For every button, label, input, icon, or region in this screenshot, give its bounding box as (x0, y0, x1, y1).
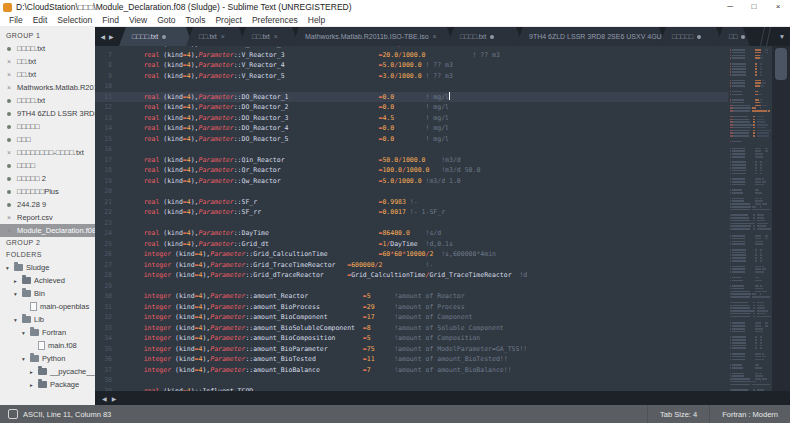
menu-item-selection[interactable]: Selection (52, 15, 97, 25)
tree-item[interactable]: ▾Fortran (0, 326, 95, 339)
code-line[interactable]: 27 integer (kind=4),Parameter::Grid_Trac… (95, 260, 728, 271)
menu-item-edit[interactable]: Edit (28, 15, 53, 25)
code-line[interactable]: 33 integer (kind=4),Parameter::amount_Bi… (95, 323, 728, 334)
chevron-down-icon[interactable]: ▾ (14, 291, 22, 297)
open-file-item[interactable]: □□□□ (0, 159, 95, 172)
tree-item[interactable]: ▾Python (0, 352, 95, 365)
close-tab-icon[interactable]: × (433, 33, 437, 40)
code-line[interactable]: 26 integer (kind=4),Parameter::Grid_Calc… (95, 249, 728, 260)
chevron-right-icon[interactable]: ▸ (30, 369, 38, 375)
open-file-item[interactable]: □□□ (0, 133, 95, 146)
code-line[interactable]: 10 (95, 81, 728, 92)
code-line[interactable]: 23 (95, 218, 728, 229)
open-file-item[interactable]: ×□□.txt (0, 68, 95, 81)
code-line[interactable]: 21 real (kind=4),Parameter::SF_r =0.9983… (95, 197, 728, 208)
minimize-button[interactable]: ─ (718, 0, 742, 14)
code-line[interactable]: 28 integer (kind=4),Parameter::Grid_dTra… (95, 270, 728, 281)
tree-item[interactable]: ▸Achieved (0, 274, 95, 287)
code-line[interactable]: 17 real (kind=4),Parameter::Qin_Reactor … (95, 155, 728, 166)
code-line[interactable]: 19 real (kind=4),Parameter::Qw_Reactor =… (95, 176, 728, 187)
code-line[interactable]: 9 real (kind=4),Parameter::V_Reactor_5 =… (95, 71, 728, 82)
menu-item-file[interactable]: File (4, 15, 28, 25)
open-file-item[interactable]: 9TH4 6ZLD LSSR 3RD8 2SE6 USXV 4GUY RDTZ (0, 107, 95, 120)
close-file-icon[interactable]: × (7, 149, 11, 156)
code-line[interactable]: 20 (95, 186, 728, 197)
menu-item-view[interactable]: View (124, 15, 152, 25)
code-line[interactable]: 24 real (kind=4),Parameter::DayTime =864… (95, 228, 728, 239)
tab-scroll-left-icon[interactable]: ◀ (100, 33, 105, 40)
code-line[interactable]: 34 integer (kind=4),Parameter::amount_Bi… (95, 333, 728, 344)
code-line[interactable]: 37 integer (kind=4),Parameter::amount_Bi… (95, 365, 728, 376)
tab-scroll-right-icon[interactable]: ▶ (109, 33, 114, 40)
tree-item[interactable]: main.f08 (0, 339, 95, 352)
code-line[interactable]: 32 integer (kind=4),Parameter::amount_Bi… (95, 312, 728, 323)
open-file-item[interactable]: 244.28 9 (0, 198, 95, 211)
syntax-indicator[interactable]: Fortran : Modern (709, 405, 790, 423)
code-line[interactable]: 13 real (kind=4),Parameter::DO_Reactor_3… (95, 113, 728, 124)
menu-item-goto[interactable]: Goto (152, 15, 180, 25)
code-line[interactable]: 12 real (kind=4),Parameter::DO_Reactor_2… (95, 102, 728, 113)
code-line[interactable]: 7 real (kind=4),Parameter::V_Reactor_3 =… (95, 50, 728, 61)
tab[interactable]: □□.txt× (186, 27, 246, 46)
chevron-down-icon[interactable]: ▾ (6, 265, 14, 271)
close-file-icon[interactable]: × (7, 227, 11, 234)
code-line[interactable]: 14 real (kind=4),Parameter::DO_Reactor_4… (95, 123, 728, 134)
group2-scroll-right-icon[interactable]: ▶ (112, 395, 117, 402)
code-line[interactable]: 35 integer (kind=4),Parameter::amount_Bi… (95, 344, 728, 355)
close-button[interactable]: × (766, 0, 790, 14)
menu-item-help[interactable]: Help (303, 15, 330, 25)
close-file-icon[interactable]: × (7, 214, 11, 221)
chevron-right-icon[interactable]: ▸ (14, 278, 22, 284)
close-file-icon[interactable]: × (7, 71, 11, 78)
menu-item-find[interactable]: Find (97, 15, 124, 25)
open-file-item[interactable]: □□□□□ 2 (0, 172, 95, 185)
open-file-item[interactable]: ×□□□□□□□□-□□□□.txt (0, 146, 95, 159)
open-file-item[interactable]: □□□□□ (0, 120, 95, 133)
menu-item-project[interactable]: Project (210, 15, 246, 25)
tree-item[interactable]: ▾Bin (0, 287, 95, 300)
code-line[interactable]: 31 integer (kind=4),Parameter::amount_Bi… (95, 302, 728, 313)
tab-overflow-dropdown-icon[interactable]: ▼ (774, 33, 790, 40)
chevron-down-icon[interactable]: ▾ (14, 317, 22, 323)
open-file-item[interactable]: □□□□□□Plus (0, 185, 95, 198)
tab[interactable]: □□.txt× (239, 27, 299, 46)
open-file-item[interactable]: □□□□.txt (0, 42, 95, 55)
menu-item-preferences[interactable]: Preferences (247, 15, 303, 25)
close-tab-icon[interactable]: × (221, 33, 225, 40)
code-line[interactable]: 25 real (kind=4),Parameter::Grid_dt =1/D… (95, 239, 728, 250)
open-file-item[interactable]: ×Mathworks.Matlab.R2011b.ISO-TBE.iso (0, 81, 95, 94)
code-line[interactable]: 38 (95, 375, 728, 386)
menu-item-tools[interactable]: Tools (181, 15, 211, 25)
close-tab-icon[interactable]: × (274, 33, 278, 40)
tab[interactable]: □□□□.txt (119, 27, 193, 46)
code-line[interactable]: 36 integer (kind=4),Parameter::amount_Bi… (95, 354, 728, 365)
chevron-down-icon[interactable]: ▾ (22, 356, 30, 362)
tree-item[interactable]: ▾Sludge (0, 261, 95, 274)
code-line[interactable]: 30 integer (kind=4),Parameter::amount_Re… (95, 291, 728, 302)
code-line[interactable]: 15 real (kind=4),Parameter::DO_Reactor_5… (95, 134, 728, 145)
tree-item[interactable]: ▸Package (0, 378, 95, 391)
code-line[interactable]: 18 real (kind=4),Parameter::Qr_Reactor =… (95, 165, 728, 176)
code-line[interactable]: 39 real (kind=4)::Influent_TCOD (95, 386, 728, 392)
group2-scroll-left-icon[interactable]: ◀ (102, 395, 107, 402)
code-line[interactable]: 11 real (kind=4),Parameter::DO_Reactor_1… (95, 92, 728, 103)
code-editor[interactable]: 6 real (kind=4),Parameter::V_Reactor_2 =… (95, 46, 790, 391)
tab[interactable]: □□ (716, 27, 750, 46)
open-file-item[interactable]: ×□□.txt (0, 55, 95, 68)
tab[interactable]: □□□□.txt (447, 27, 523, 46)
close-file-icon[interactable]: × (7, 84, 11, 91)
vertical-scrollbar[interactable] (772, 46, 790, 391)
tree-item[interactable]: main-openblas (0, 300, 95, 313)
open-file-item[interactable]: ×Module_Declaration.f08 (0, 224, 95, 237)
tab[interactable]: 9TH4 6ZLD LSSR 3RD8 2SE6 USXV 4GUY RDTZ (516, 27, 666, 46)
tab-size-indicator[interactable]: Tab Size: 4 (647, 405, 709, 423)
open-file-item[interactable]: □□□□.txt (0, 94, 95, 107)
chevron-right-icon[interactable]: ▸ (30, 382, 38, 388)
tab[interactable]: Mathworks.Matlab.R2011b.ISO-TBE.iso× (292, 27, 454, 46)
tree-item[interactable]: ▸__pycache__ (0, 365, 95, 378)
tree-item[interactable]: ▾Lib (0, 313, 95, 326)
close-file-icon[interactable]: × (7, 58, 11, 65)
code-line[interactable]: 16 (95, 144, 728, 155)
tab[interactable]: □□□□□ (659, 27, 723, 46)
code-line[interactable]: 8 real (kind=4),Parameter::V_Reactor_4 =… (95, 60, 728, 71)
